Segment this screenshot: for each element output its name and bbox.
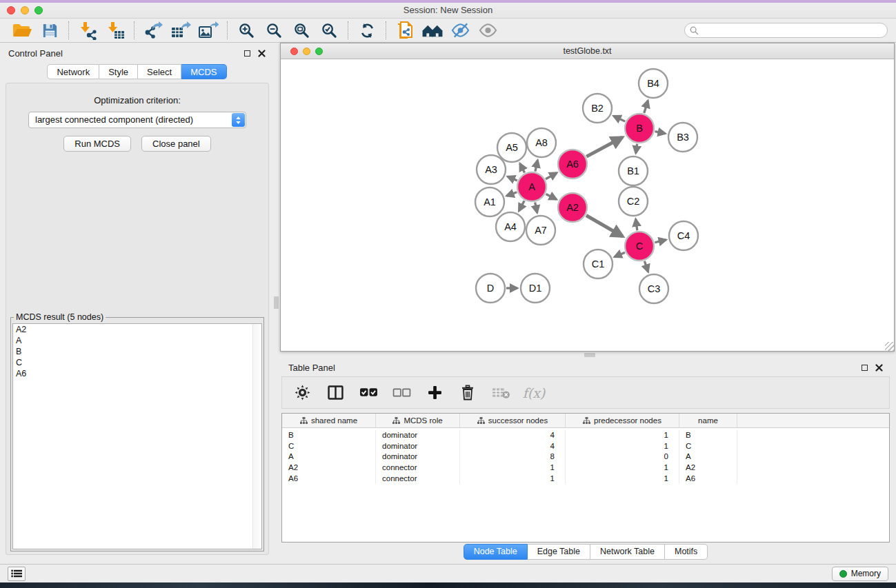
tab-network[interactable]: Network — [47, 64, 99, 79]
first-neighbors-button[interactable] — [419, 20, 446, 41]
table-row[interactable]: Cdominator41C — [282, 441, 889, 452]
export-table-button[interactable] — [167, 20, 195, 41]
graph-edge-A-A8[interactable] — [535, 160, 538, 171]
graph-edge-A6-B[interactable] — [586, 137, 622, 156]
graph-edge-C-C4[interactable] — [655, 240, 666, 243]
graph-edge-C-C1[interactable] — [615, 252, 625, 257]
open-session-button[interactable] — [8, 20, 36, 41]
graph-edge-B-B1[interactable] — [636, 144, 637, 154]
zoom-in-button[interactable] — [232, 20, 260, 41]
column-header-predecessor-nodes[interactable]: predecessor nodes — [566, 414, 679, 427]
tab-node-table[interactable]: Node Table — [464, 544, 528, 560]
function-builder-button[interactable]: f(x) — [521, 381, 547, 405]
column-header-name[interactable]: name — [679, 414, 737, 427]
memory-button[interactable]: Memory — [832, 567, 888, 581]
graph-node-B1[interactable]: B1 — [619, 156, 648, 185]
column-header-mcds-role[interactable]: MCDS role — [376, 414, 460, 427]
graph-edge-A2-C[interactable] — [586, 215, 623, 236]
graph-node-A5[interactable]: A5 — [497, 133, 526, 162]
zoom-out-button[interactable] — [260, 20, 288, 41]
graph-edge-A-A7[interactable] — [535, 203, 537, 213]
column-layout-button[interactable] — [322, 381, 348, 405]
graph-node-D1[interactable]: D1 — [521, 274, 550, 303]
graph-node-B3[interactable]: B3 — [668, 123, 697, 152]
run-mcds-button[interactable]: Run MCDS — [63, 136, 131, 152]
close-table-panel-icon[interactable] — [875, 364, 883, 372]
tab-edge-table[interactable]: Edge Table — [528, 544, 590, 560]
table-settings-button[interactable] — [289, 381, 315, 405]
apply-layout-button[interactable] — [353, 20, 381, 41]
graph-node-B[interactable]: B — [625, 114, 654, 143]
export-network-button[interactable] — [139, 20, 167, 41]
close-panel-icon[interactable] — [258, 50, 266, 57]
float-panel-icon[interactable] — [244, 50, 250, 57]
graph-node-C1[interactable]: C1 — [584, 250, 613, 278]
splitter-handle-vertical[interactable] — [274, 296, 279, 309]
column-header-shared-name[interactable]: shared name — [282, 414, 376, 427]
new-network-from-selection-button[interactable] — [391, 20, 419, 41]
minimize-window-button[interactable] — [21, 6, 29, 14]
table-row[interactable]: Bdominator41B — [282, 430, 889, 441]
deselect-all-rows-button[interactable] — [388, 381, 415, 405]
graph-node-D[interactable]: D — [476, 274, 505, 303]
hide-selected-button[interactable] — [446, 20, 474, 41]
close-window-button[interactable] — [7, 6, 15, 14]
delete-table-button[interactable] — [488, 381, 514, 405]
export-image-button[interactable] — [195, 20, 222, 41]
add-column-button[interactable] — [421, 381, 448, 405]
tab-select[interactable]: Select — [138, 64, 181, 79]
graph-node-C4[interactable]: C4 — [669, 221, 698, 250]
resize-grip[interactable] — [885, 342, 894, 351]
graph-node-A4[interactable]: A4 — [496, 212, 525, 241]
tab-motifs[interactable]: Motifs — [665, 544, 708, 560]
network-canvas[interactable]: AA1A2A3A4A5A6A7A8BB1B2B3B4CC1C2C3C4DD1 — [281, 60, 894, 351]
import-table-button[interactable] — [101, 20, 129, 41]
graph-edge-B-B4[interactable] — [644, 101, 648, 113]
show-all-button[interactable] — [474, 20, 501, 41]
close-panel-button[interactable]: Close panel — [141, 136, 211, 152]
scrollbar-track[interactable] — [252, 324, 261, 549]
mcds-result-list[interactable]: A2ABCA6 — [12, 323, 262, 549]
graph-node-A[interactable]: A — [517, 172, 546, 201]
graph-edge-B-B3[interactable] — [655, 132, 666, 134]
task-history-button[interactable] — [8, 567, 26, 581]
graph-edge-C-C3[interactable] — [644, 261, 648, 272]
tab-network-table[interactable]: Network Table — [590, 544, 665, 560]
graph-edge-B-B2[interactable] — [613, 116, 625, 121]
float-table-panel-icon[interactable] — [862, 365, 868, 371]
select-all-rows-button[interactable] — [355, 381, 381, 405]
table-row[interactable]: A6connector11A6 — [282, 474, 889, 485]
graph-node-A8[interactable]: A8 — [527, 128, 556, 157]
graph-node-C3[interactable]: C3 — [639, 274, 668, 303]
delete-column-button[interactable] — [455, 381, 481, 405]
graph-edge-A-A6[interactable] — [546, 173, 557, 179]
table-row[interactable]: Adominator80A — [282, 452, 889, 463]
graph-edge-A-A3[interactable] — [508, 176, 517, 181]
graph-edge-A-A4[interactable] — [519, 201, 524, 211]
graph-node-A7[interactable]: A7 — [526, 216, 555, 245]
graph-edge-C-C2[interactable] — [636, 219, 637, 230]
graph-node-A3[interactable]: A3 — [477, 155, 506, 184]
table-row[interactable]: A2connector11A2 — [282, 463, 889, 474]
maximize-view-button[interactable] — [315, 48, 323, 55]
zoom-selected-button[interactable] — [315, 20, 343, 41]
graph-node-A6[interactable]: A6 — [558, 150, 587, 179]
graph-node-B2[interactable]: B2 — [583, 94, 612, 123]
maximize-window-button[interactable] — [34, 6, 43, 14]
graph-node-A1[interactable]: A1 — [475, 187, 504, 216]
minimize-view-button[interactable] — [303, 48, 310, 55]
graph-edge-A-A2[interactable] — [546, 194, 557, 199]
graph-edge-A-A5[interactable] — [520, 163, 525, 172]
graph-node-C2[interactable]: C2 — [619, 187, 648, 216]
column-header-successor-nodes[interactable]: successor nodes — [460, 414, 566, 427]
splitter-handle-horizontal[interactable] — [584, 353, 595, 357]
import-network-button[interactable] — [74, 20, 101, 41]
optimization-criterion-select[interactable]: largest connected component (directed) — [28, 112, 246, 128]
tab-style[interactable]: Style — [99, 64, 138, 79]
graph-edge-A-A1[interactable] — [506, 192, 517, 196]
tab-mcds[interactable]: MCDS — [181, 64, 226, 79]
close-view-button[interactable] — [290, 48, 298, 55]
search-input[interactable] — [701, 26, 882, 35]
save-session-button[interactable] — [36, 20, 63, 41]
graph-node-C[interactable]: C — [625, 232, 654, 261]
